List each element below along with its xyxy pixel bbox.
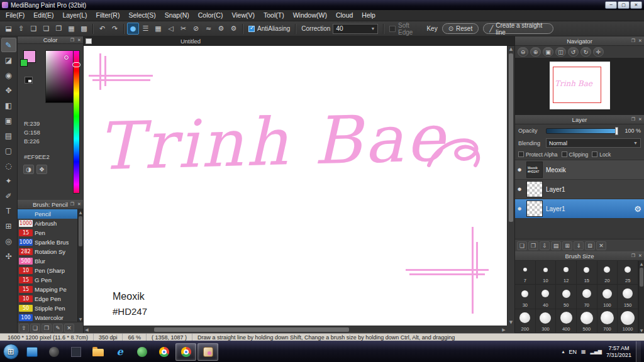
- ellipse-icon[interactable]: ⊘: [190, 23, 202, 35]
- fit-window-icon[interactable]: ▣: [543, 47, 553, 57]
- menu-item-edit[interactable]: Edit(E): [29, 10, 58, 21]
- scrollbar-thumb[interactable]: [79, 216, 82, 246]
- brush-item-pen[interactable]: 10Pen (Sharp: [18, 266, 77, 275]
- actual-size-icon[interactable]: ◫: [555, 47, 566, 57]
- menu-item-layer[interactable]: Layer(L): [58, 10, 91, 21]
- create-straight-line-button[interactable]: ╱ Create a straight line: [483, 23, 553, 34]
- scroll-down-icon[interactable]: ▼: [78, 316, 83, 322]
- gradient-tool[interactable]: ▤: [1, 128, 16, 143]
- scrollbar-thumb[interactable]: [154, 327, 349, 332]
- grid-snap-icon[interactable]: ▦: [152, 23, 164, 35]
- pen-tool[interactable]: ✎: [1, 38, 16, 52]
- brush-item-edge-pen[interactable]: 10Edge Pen: [18, 294, 77, 304]
- brush-size-70[interactable]: 70: [577, 285, 597, 309]
- redo-icon[interactable]: ↷: [109, 23, 121, 35]
- brush-size-150[interactable]: 150: [618, 285, 638, 309]
- menu-item-filter[interactable]: Filter(R): [92, 10, 125, 21]
- correction-dropdown[interactable]: 40 ▼: [333, 24, 378, 34]
- keyboard-icon[interactable]: ▦: [581, 349, 586, 354]
- hand-tool[interactable]: ✣: [1, 249, 16, 263]
- hue-marker[interactable]: [72, 62, 80, 67]
- curve-icon[interactable]: ≈: [203, 23, 214, 35]
- delete-brush-icon[interactable]: ✕: [64, 324, 74, 332]
- drawing-canvas[interactable]: Trinh Bae Meoxik #HD247: [84, 46, 507, 326]
- visibility-dot[interactable]: ●: [518, 167, 523, 172]
- brush-item-stipple-pen[interactable]: 50Stipple Pen: [18, 304, 77, 313]
- brush-size-15[interactable]: 15: [577, 261, 597, 285]
- soft-edge-checkbox[interactable]: [389, 26, 396, 32]
- show-desktop-button[interactable]: [636, 341, 641, 362]
- taskbar-app-green[interactable]: [131, 343, 152, 361]
- protect-alpha-checkbox[interactable]: [518, 151, 524, 157]
- brush-size-scrollbar[interactable]: ▲ ▼: [638, 261, 644, 333]
- scroll-down-icon[interactable]: ▼: [508, 319, 514, 326]
- brush-item-mapping-pe[interactable]: 15Mapping Pe: [18, 285, 77, 294]
- settings-gear-icon[interactable]: ⚙: [228, 23, 240, 35]
- delete-layer-icon[interactable]: ✕: [596, 241, 606, 250]
- hidden-icons-chevron[interactable]: ▴: [562, 349, 564, 354]
- menu-item-cloud[interactable]: Cloud: [331, 10, 357, 21]
- zoom-in-icon[interactable]: ⊕: [530, 47, 541, 57]
- parallel-lines-icon[interactable]: ☰: [140, 23, 152, 35]
- grid-icon[interactable]: ▦: [65, 23, 77, 35]
- taskbar-app-internet-explorer[interactable]: e: [109, 343, 130, 361]
- copy-icon[interactable]: ❏: [40, 23, 52, 35]
- tab-list-icon[interactable]: [86, 38, 92, 44]
- brush-size-300[interactable]: 300: [536, 309, 557, 333]
- polygon-icon[interactable]: ◁: [165, 23, 177, 35]
- saturation-value-picker[interactable]: [45, 50, 77, 103]
- default-colors-swatch[interactable]: [25, 77, 33, 84]
- fill-tool[interactable]: ◧: [1, 98, 16, 112]
- duplicate-brush-icon[interactable]: ❐: [42, 324, 52, 332]
- undo-icon[interactable]: ↶: [96, 23, 108, 35]
- publish-icon[interactable]: ⇧: [15, 23, 27, 35]
- brush-item-pen[interactable]: 15Pen: [18, 228, 77, 238]
- paste-icon[interactable]: ❐: [53, 23, 65, 35]
- bucket-tool[interactable]: ▣: [1, 113, 16, 128]
- new-layer-icon[interactable]: ❏: [517, 241, 527, 250]
- menu-item-snap[interactable]: Snap(N): [160, 10, 194, 21]
- palette-icon[interactable]: ❖: [36, 165, 47, 174]
- taskbar-app-medibang[interactable]: [197, 343, 218, 361]
- brush-size-50[interactable]: 50: [556, 285, 577, 309]
- eraser-tool[interactable]: ◪: [1, 53, 16, 67]
- transfer-layer-icon[interactable]: ⇩: [540, 241, 550, 250]
- brush-size-25[interactable]: 25: [618, 261, 638, 285]
- move-tool[interactable]: ✥: [1, 83, 16, 97]
- brush-size-7[interactable]: 7: [515, 261, 536, 285]
- scroll-up-icon[interactable]: ▲: [78, 209, 83, 215]
- layer-row-meoxik[interactable]: ●Meoxik#HD247Meoxik: [515, 160, 644, 180]
- popout-icon[interactable]: ❐: [631, 253, 636, 258]
- reset-button[interactable]: ⊙ Reset: [442, 23, 479, 34]
- document-tab[interactable]: Untitled: [84, 38, 297, 45]
- lock-checkbox[interactable]: [592, 151, 597, 157]
- brush-size-400[interactable]: 400: [556, 309, 577, 333]
- edit-brush-icon[interactable]: ✎: [53, 324, 63, 332]
- brush-size-40[interactable]: 40: [536, 285, 557, 309]
- merge-down-icon[interactable]: ⇓: [574, 241, 584, 250]
- comment-icon[interactable]: ❑: [28, 23, 40, 35]
- scissors-icon[interactable]: ✂: [177, 23, 189, 35]
- close-icon[interactable]: ✕: [77, 202, 82, 207]
- layer-settings-gear-icon[interactable]: ⚙: [634, 204, 641, 214]
- brush-item-pencil[interactable]: Pencil: [18, 209, 77, 219]
- reset-view-icon[interactable]: ✛: [593, 47, 604, 57]
- scrollbar-thumb[interactable]: [509, 53, 513, 222]
- text-tool[interactable]: T: [1, 204, 16, 218]
- navigator-view[interactable]: Trinh Bae: [515, 58, 644, 115]
- close-icon[interactable]: ✕: [77, 38, 82, 43]
- brush-item-airbrush[interactable]: 1000Airbrush: [18, 219, 77, 228]
- brush-size-700[interactable]: 700: [597, 309, 618, 333]
- menu-item-file[interactable]: File(F): [1, 10, 29, 21]
- brush-size-10[interactable]: 10: [536, 261, 557, 285]
- close-button[interactable]: ✕: [630, 1, 642, 9]
- menu-item-window[interactable]: Window(W): [289, 10, 331, 21]
- vertical-scrollbar[interactable]: ▲ ▼: [507, 46, 514, 326]
- close-icon[interactable]: ✕: [638, 253, 643, 258]
- brush-item-watercolor[interactable]: 100Watercolor: [18, 313, 77, 322]
- minimize-button[interactable]: ─: [605, 1, 617, 9]
- frame-tool[interactable]: ⊞: [1, 219, 16, 233]
- brush-item-g-pen[interactable]: 15G Pen: [18, 275, 77, 285]
- brush-size-100[interactable]: 100: [597, 285, 618, 309]
- opacity-slider-knob[interactable]: [615, 127, 618, 135]
